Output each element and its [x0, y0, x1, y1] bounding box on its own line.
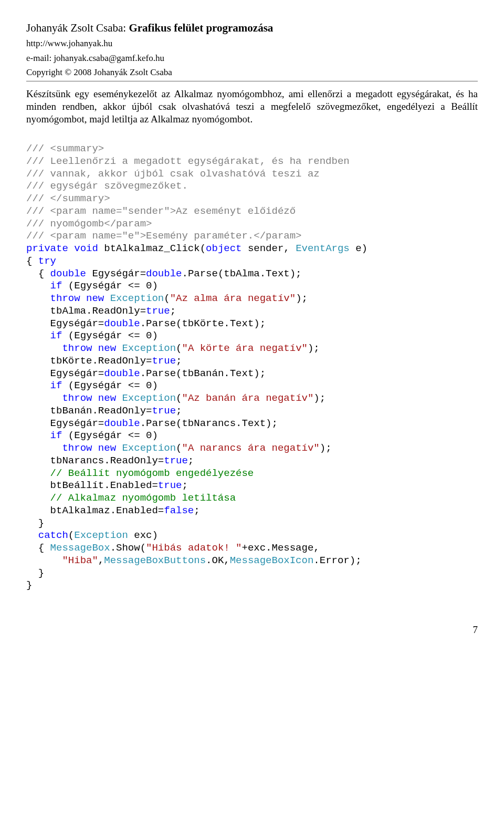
- code: (: [176, 392, 182, 404]
- indent: [26, 392, 62, 404]
- keyword: new: [98, 442, 116, 454]
- keyword: throw: [62, 392, 92, 404]
- doc-comment: /// <param name="e">Esemény paraméter.</…: [26, 230, 302, 242]
- doc-comment: /// nyomógomb</param>: [26, 218, 152, 230]
- indent: [26, 343, 62, 354]
- intro-paragraph: Készítsünk egy eseménykezelőt az Alkalma…: [26, 88, 478, 125]
- keyword: true: [152, 355, 176, 367]
- code: (Egységár <= 0): [62, 430, 158, 441]
- type: Exception: [110, 293, 164, 304]
- keyword: double: [104, 318, 140, 329]
- keyword: void: [74, 243, 98, 254]
- indent: [26, 330, 50, 341]
- keyword: throw: [62, 442, 92, 454]
- code: );: [296, 293, 308, 304]
- brace: {: [26, 268, 50, 279]
- code: ,: [98, 555, 104, 566]
- indent: [26, 530, 38, 541]
- keyword: if: [50, 380, 62, 391]
- indent: [26, 442, 62, 454]
- keyword: double: [146, 268, 182, 279]
- code: (Egységár <= 0): [62, 280, 158, 292]
- code: tbKörte.ReadOnly=: [26, 355, 152, 367]
- code: .Parse(tbNarancs.Text);: [140, 418, 278, 429]
- type: EventArgs: [296, 243, 350, 254]
- code-block: /// <summary> /// Leellenőrzi a megadott…: [26, 130, 478, 592]
- string: "A narancs ára negatív": [182, 442, 320, 454]
- code: .Show(: [110, 542, 146, 554]
- code: .Parse(tbBanán.Text);: [140, 368, 266, 379]
- param: sender,: [242, 243, 296, 254]
- code: btBeállít.Enabled=: [26, 480, 158, 491]
- doc-comment: /// Leellenőrzi a megadott egységárakat,…: [26, 155, 350, 167]
- header-separator: [26, 81, 478, 81]
- code: ;: [194, 505, 200, 516]
- doc-comment: /// egységár szövegmezőket.: [26, 180, 188, 192]
- header-url: http://www.johanyak.hu: [26, 38, 478, 49]
- keyword: true: [146, 305, 170, 317]
- string: "Az alma ára negatív": [170, 293, 296, 304]
- keyword: true: [158, 480, 182, 491]
- param: e): [350, 243, 368, 254]
- keyword: object: [206, 243, 242, 254]
- comment: // Alkalmaz nyomógomb letiltása: [26, 492, 236, 504]
- keyword: double: [50, 268, 86, 279]
- code: .Error);: [313, 555, 361, 566]
- indent: [26, 280, 50, 292]
- code: );: [308, 343, 320, 354]
- code: .Parse(tbAlma.Text);: [182, 268, 301, 279]
- indent: [26, 380, 50, 391]
- indent: [26, 430, 50, 441]
- code: (Egységár <= 0): [62, 380, 158, 391]
- comment: // Beállít nyomógomb engedélyezése: [26, 468, 254, 479]
- header-title: Johanyák Zsolt Csaba: Grafikus felület p…: [26, 21, 478, 35]
- code: btAlkalmaz.Enabled=: [26, 505, 164, 516]
- indent: [26, 517, 38, 529]
- header-doc-title: Grafikus felület programozása: [129, 22, 273, 34]
- header-author: Johanyák Zsolt Csaba:: [26, 22, 129, 34]
- code: tbNarancs.ReadOnly=: [26, 455, 164, 466]
- type: Exception: [74, 530, 128, 541]
- keyword: catch: [38, 530, 68, 541]
- type: Exception: [122, 343, 176, 354]
- keyword: new: [86, 293, 104, 304]
- doc-comment: /// <param name="sender">Az eseményt elő…: [26, 205, 296, 217]
- doc-comment: /// </summary>: [26, 193, 110, 204]
- indent: [26, 567, 38, 579]
- keyword: throw: [62, 343, 92, 354]
- type: MessageBoxIcon: [230, 555, 314, 566]
- keyword: new: [98, 392, 116, 404]
- code: +exc.Message,: [242, 542, 320, 554]
- code: Egységár=: [26, 318, 104, 329]
- keyword: true: [164, 455, 188, 466]
- page-number: 7: [26, 624, 478, 636]
- code: );: [320, 442, 332, 454]
- code: .Parse(tbKörte.Text);: [140, 318, 266, 329]
- code: (: [176, 343, 182, 354]
- code: );: [313, 392, 326, 404]
- keyword: new: [98, 343, 116, 354]
- string: "Hiba": [62, 555, 98, 566]
- keyword: double: [104, 368, 140, 379]
- code: ;: [188, 455, 194, 466]
- keyword: false: [164, 505, 194, 516]
- brace: }: [38, 567, 44, 579]
- code: (: [68, 530, 74, 541]
- brace: }: [26, 579, 32, 591]
- code: exc): [128, 530, 158, 541]
- code: ;: [170, 305, 176, 317]
- indent: [26, 555, 62, 566]
- code: {: [26, 542, 50, 554]
- brace: {: [26, 255, 38, 267]
- code: ;: [176, 405, 182, 417]
- type: Exception: [122, 442, 176, 454]
- method-name: btAlkalmaz_Click(: [98, 243, 206, 254]
- header-email: e-mail: johanyak.csaba@gamf.kefo.hu: [26, 53, 478, 64]
- code: (: [164, 293, 170, 304]
- code: (: [176, 442, 182, 454]
- brace: }: [38, 517, 44, 529]
- code: ;: [176, 355, 182, 367]
- code: .OK,: [206, 555, 230, 566]
- header-copyright: Copyright © 2008 Johanyák Zsolt Csaba: [26, 67, 478, 78]
- code: Egységár=: [26, 418, 104, 429]
